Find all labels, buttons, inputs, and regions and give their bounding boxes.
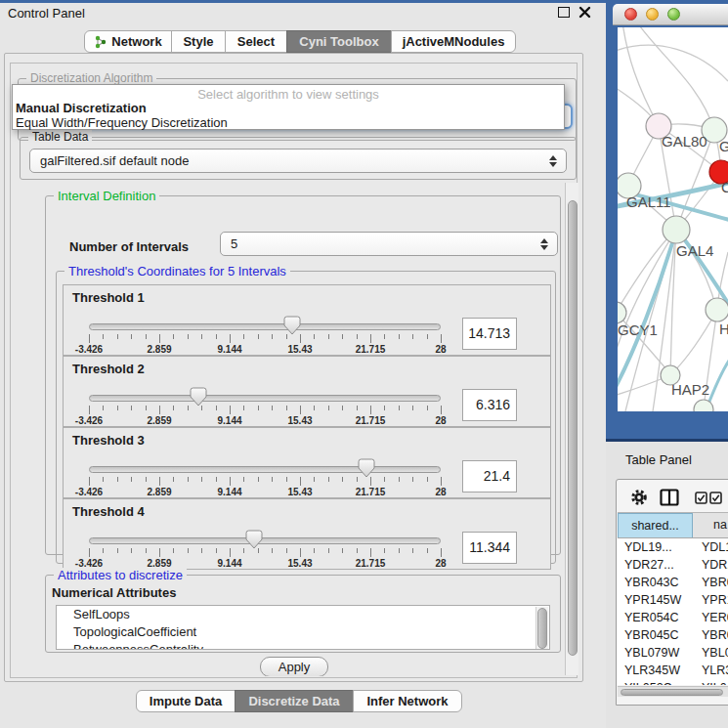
node-label: GAL11 (626, 193, 671, 210)
tick-label: 9.144 (217, 344, 241, 355)
table-rows: YDL19...YDL1YDR27...YDR2YBR043CYBR0YPR14… (618, 538, 728, 685)
dropdown-option-manual[interactable]: Manual Discretization (15, 101, 562, 115)
tab-style[interactable]: Style (171, 30, 226, 53)
tick-label: -3.426 (75, 344, 103, 355)
attribute-list-item[interactable]: SelfLoops (57, 606, 549, 623)
dropdown-option-equal-width[interactable]: Equal Width/Frequency Discretization (15, 115, 562, 130)
node-table-panel: shared... na YDL19...YDL1YDR27...YDR2YBR… (616, 479, 728, 706)
combo-arrows-icon (539, 237, 548, 251)
cell-shared-name: YPR145W (624, 591, 681, 609)
column-header-name[interactable]: na (693, 513, 728, 538)
threshold-coordinates-group: Threshold's Coordinates for 5 Intervals … (56, 271, 556, 564)
float-window-icon[interactable] (558, 7, 570, 18)
tab-label: Cyni Toolbox (299, 34, 378, 49)
threshold-value-field[interactable]: 14.713 (462, 318, 517, 350)
tick-label: 21.715 (356, 415, 386, 426)
algorithm-dropdown-popup: Select algorithm to view settings Manual… (12, 84, 565, 130)
cell-shared-name: YIL052C (624, 679, 672, 685)
scrollbar-thumb[interactable] (537, 608, 547, 649)
num-intervals-value: 5 (231, 236, 237, 251)
tab-network[interactable]: Network (84, 30, 172, 53)
dropdown-hint: Select algorithm to view settings (13, 87, 564, 102)
table-row[interactable]: YBR043CYBR0 (618, 574, 728, 591)
tab-cyni-toolbox[interactable]: Cyni Toolbox (286, 30, 392, 53)
node-label: GA (719, 138, 728, 154)
attribute-list-item[interactable]: TopologicalCoefficient (57, 623, 549, 641)
tab-select[interactable]: Select (225, 30, 287, 53)
network-window-titlebar[interactable] (613, 4, 728, 25)
table-row[interactable]: YBR045CYBR0 (618, 626, 728, 644)
cell-name: YBL0 (702, 644, 728, 662)
tab-impute-data[interactable]: Impute Data (136, 690, 236, 712)
tick-label: 9.144 (217, 558, 241, 569)
network-icon (94, 35, 107, 49)
tab-infer-network[interactable]: Infer Network (353, 690, 462, 712)
threshold-row: Threshold 3-3.4262.8599.14415.4321.71528… (63, 427, 551, 498)
zoom-traffic-light[interactable] (667, 8, 680, 21)
table-row[interactable]: YPR145WYPR1 (618, 591, 728, 609)
network-node-gcy1[interactable] (618, 302, 626, 323)
tab-jactivemnodules[interactable]: jActiveMNodules (391, 30, 516, 53)
network-canvas[interactable]: GAL80 GA C GAL11 GAL4 GCY1 H HAP2 (618, 27, 728, 411)
threshold-rows: Threshold 1-3.4262.8599.14415.4321.71528… (63, 284, 551, 570)
node-label: HAP2 (671, 381, 709, 398)
threshold-value-field[interactable]: 21.4 (462, 460, 517, 492)
checkbox-checked-icon[interactable] (709, 492, 722, 504)
settings-scrollbar[interactable] (565, 183, 578, 675)
tick-label: 15.43 (287, 558, 312, 569)
table-row[interactable]: YLR345WYLR3 (618, 662, 728, 679)
threshold-row: Threshold 1-3.4262.8599.14415.4321.71528… (63, 284, 551, 356)
threshold-value-field[interactable]: 6.316 (462, 389, 517, 421)
cell-name: YPR1 (702, 591, 728, 609)
cell-name: YLR3 (702, 662, 728, 679)
attributes-group: Attributes to discretize Numerical Attri… (45, 575, 561, 653)
cell-shared-name: YBR045C (624, 626, 679, 644)
network-node-h[interactable] (706, 298, 728, 321)
network-node-gal4[interactable] (663, 216, 690, 243)
table-row[interactable]: YER054CYER0 (618, 609, 728, 626)
num-intervals-combobox[interactable]: 5 (220, 232, 558, 256)
table-row[interactable]: YDL19...YDL1 (618, 538, 728, 556)
column-header-shared-name[interactable]: shared... (618, 513, 693, 538)
apply-button[interactable]: Apply (260, 657, 328, 676)
algorithm-group-title: Discretization Algorithm (26, 71, 156, 85)
scrollbar-thumb[interactable] (568, 200, 578, 656)
attributes-list-scrollbar[interactable] (535, 607, 548, 650)
table-row[interactable]: YIL052CYIL0 (618, 679, 728, 685)
table-data-combobox[interactable]: galFiltered.sif default node (29, 149, 567, 173)
tab-discretize-data[interactable]: Discretize Data (235, 690, 354, 712)
cell-name: YBR0 (702, 574, 728, 591)
close-icon[interactable] (578, 5, 592, 20)
minimize-traffic-light[interactable] (646, 8, 659, 21)
num-intervals-label: Number of Intervals (69, 239, 189, 254)
tab-label: jActiveMNodules (403, 34, 505, 49)
node-label: GAL4 (676, 242, 713, 259)
interval-definition-group: Interval Definition Number of Intervals … (45, 195, 561, 555)
attributes-group-title: Attributes to discretize (54, 568, 187, 582)
tick-label: 2.859 (147, 415, 171, 426)
split-columns-icon[interactable] (660, 489, 679, 506)
scrollbar-thumb[interactable] (621, 689, 723, 696)
tick-label: -3.426 (75, 487, 103, 497)
threshold-group-title: Threshold's Coordinates for 5 Intervals (64, 264, 290, 278)
table-header-row: shared... na (618, 512, 728, 538)
table-row[interactable]: YBL079WYBL0 (618, 644, 728, 662)
node-label: GCY1 (618, 321, 658, 338)
node-label: C (721, 179, 728, 195)
cell-shared-name: YER054C (624, 609, 679, 626)
tick-label: 21.715 (356, 344, 386, 355)
network-view-window: GAL80 GA C GAL11 GAL4 GCY1 H HAP2 (606, 0, 728, 442)
checkbox-checked-icon[interactable] (695, 492, 707, 504)
close-traffic-light[interactable] (624, 8, 637, 21)
cell-name: YDR2 (702, 556, 728, 574)
table-hscrollbar[interactable] (618, 686, 728, 697)
attribute-list-item[interactable]: BetweennessCentrality (57, 641, 549, 650)
cell-name: YDL1 (702, 538, 728, 556)
combo-arrows-icon (548, 154, 557, 168)
table-data-combobox-value: galFiltered.sif default node (40, 153, 189, 168)
threshold-row: Threshold 4-3.4262.8599.14415.4321.71528… (63, 498, 551, 570)
cell-shared-name: YDL19... (624, 538, 672, 556)
gear-icon[interactable] (630, 489, 648, 506)
threshold-value-field[interactable]: 11.344 (462, 532, 517, 564)
table-row[interactable]: YDR27...YDR2 (618, 556, 728, 574)
